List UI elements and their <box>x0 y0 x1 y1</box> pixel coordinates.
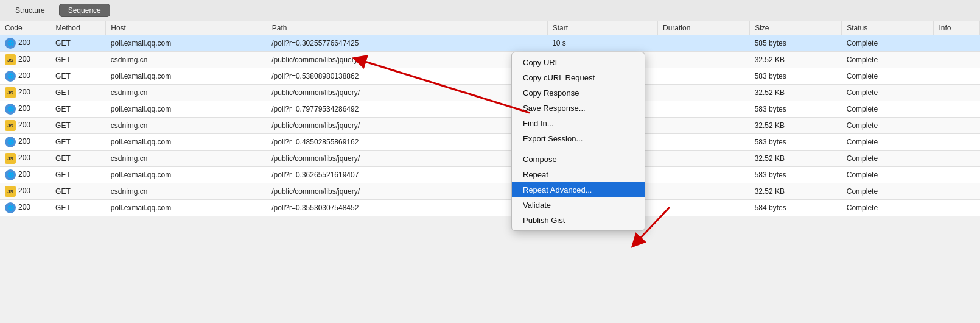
context-menu-item[interactable]: Validate <box>512 197 645 213</box>
cell-method: GET <box>51 151 106 167</box>
context-menu-item[interactable]: Save Response... <box>512 101 645 116</box>
cell-method: GET <box>51 118 106 134</box>
cell-code: JS200 <box>0 183 51 200</box>
cell-start: 10 s <box>547 35 657 52</box>
cell-duration <box>658 101 750 118</box>
table-row[interactable]: JS200 GET csdnimg.cn /public/common/libs… <box>0 183 980 200</box>
globe-icon: 🌐 <box>5 169 16 180</box>
toolbar: Structure Sequence <box>0 0 980 21</box>
cell-info <box>934 183 980 200</box>
table-row[interactable]: 🌐200 GET poll.exmail.qq.com /poll?r=0.48… <box>0 134 980 151</box>
cell-host: poll.exmail.qq.com <box>106 68 267 85</box>
cell-path: /public/common/libs/jquery/ <box>267 151 547 167</box>
context-menu-item[interactable]: Copy cURL Request <box>512 70 645 85</box>
cell-duration <box>658 52 750 68</box>
cell-path: /public/common/libs/jquery/ <box>267 118 547 134</box>
table-row[interactable]: 🌐200 GET poll.exmail.qq.com /poll?r=0.79… <box>0 101 980 118</box>
cell-duration <box>658 167 750 183</box>
table-row[interactable]: JS200 GET csdnimg.cn /public/common/libs… <box>0 52 980 68</box>
cell-status: Complete <box>842 101 934 118</box>
context-menu-item[interactable]: Copy URL <box>512 55 645 70</box>
context-menu-item[interactable]: Copy Response <box>512 85 645 101</box>
cell-code: 🌐200 <box>0 167 51 183</box>
cell-host: csdnimg.cn <box>106 52 267 68</box>
cell-method: GET <box>51 183 106 200</box>
cell-host: poll.exmail.qq.com <box>106 101 267 118</box>
context-menu-item[interactable]: Export Session... <box>512 131 645 146</box>
cell-duration <box>658 118 750 134</box>
context-menu-item[interactable]: Compose <box>512 152 645 167</box>
cell-status: Complete <box>842 151 934 167</box>
cell-method: GET <box>51 52 106 68</box>
cell-size: 585 bytes <box>750 35 842 52</box>
cell-path: /poll?r=0.30255776647425 <box>267 35 547 52</box>
cell-info <box>934 68 980 85</box>
cell-duration <box>658 68 750 85</box>
cell-path: /poll?r=0.53808980138862 <box>267 68 547 85</box>
cell-host: csdnimg.cn <box>106 118 267 134</box>
cell-size: 583 bytes <box>750 134 842 151</box>
menu-separator <box>512 149 645 149</box>
cell-code: JS200 <box>0 118 51 134</box>
structure-tab[interactable]: Structure <box>6 4 54 17</box>
cell-size: 32.52 KB <box>750 151 842 167</box>
cell-size: 32.52 KB <box>750 85 842 101</box>
cell-code: 🌐200 <box>0 68 51 85</box>
cell-method: GET <box>51 134 106 151</box>
cell-info <box>934 52 980 68</box>
cell-info <box>934 167 980 183</box>
cell-code: 🌐200 <box>0 200 51 216</box>
table-row[interactable]: JS200 GET csdnimg.cn /public/common/libs… <box>0 118 980 134</box>
cell-status: Complete <box>842 167 934 183</box>
cell-size: 583 bytes <box>750 101 842 118</box>
cell-host: csdnimg.cn <box>106 151 267 167</box>
cell-status: Complete <box>842 183 934 200</box>
cell-size: 584 bytes <box>750 200 842 216</box>
cell-path: /public/common/libs/jquery/ <box>267 183 547 200</box>
cell-code: 🌐200 <box>0 35 51 52</box>
context-menu-item[interactable]: Repeat <box>512 167 645 182</box>
col-header-code: Code <box>0 21 51 35</box>
js-icon: JS <box>5 120 16 131</box>
cell-method: GET <box>51 85 106 101</box>
cell-info <box>934 118 980 134</box>
cell-info <box>934 134 980 151</box>
cell-info <box>934 151 980 167</box>
cell-status: Complete <box>842 68 934 85</box>
cell-status: Complete <box>842 118 934 134</box>
context-menu: Copy URLCopy cURL RequestCopy ResponseSa… <box>511 52 645 231</box>
cell-code: JS200 <box>0 52 51 68</box>
cell-host: poll.exmail.qq.com <box>106 167 267 183</box>
table-row[interactable]: JS200 GET csdnimg.cn /public/common/libs… <box>0 151 980 167</box>
col-header-host: Host <box>106 21 267 35</box>
context-menu-item[interactable]: Repeat Advanced... <box>512 182 645 197</box>
table-row[interactable]: 🌐200 GET poll.exmail.qq.com /poll?r=0.36… <box>0 167 980 183</box>
cell-host: poll.exmail.qq.com <box>106 35 267 52</box>
context-menu-item[interactable]: Publish Gist <box>512 213 645 228</box>
globe-icon: 🌐 <box>5 38 16 49</box>
col-header-path: Path <box>267 21 547 35</box>
cell-status: Complete <box>842 134 934 151</box>
sequence-tab[interactable]: Sequence <box>59 4 110 17</box>
cell-path: /public/common/libs/jquery/ <box>267 52 547 68</box>
table-row[interactable]: JS200 GET csdnimg.cn /public/common/libs… <box>0 85 980 101</box>
cell-duration <box>658 35 750 52</box>
cell-size: 583 bytes <box>750 68 842 85</box>
cell-host: csdnimg.cn <box>106 183 267 200</box>
cell-code: 🌐200 <box>0 101 51 118</box>
context-menu-item[interactable]: Find In... <box>512 116 645 131</box>
table-row[interactable]: 🌐200 GET poll.exmail.qq.com /poll?r=0.35… <box>0 200 980 216</box>
cell-size: 32.52 KB <box>750 118 842 134</box>
col-header-duration: Duration <box>658 21 750 35</box>
table-header: Code Method Host Path Start Duration Siz… <box>0 21 980 35</box>
globe-icon: 🌐 <box>5 202 16 213</box>
cell-duration <box>658 134 750 151</box>
cell-info <box>934 85 980 101</box>
cell-method: GET <box>51 200 106 216</box>
cell-path: /poll?r=0.35530307548452 <box>267 200 547 216</box>
table-row[interactable]: 🌐200 GET poll.exmail.qq.com /poll?r=0.30… <box>0 35 980 52</box>
cell-path: /public/common/libs/jquery/ <box>267 85 547 101</box>
table-row[interactable]: 🌐200 GET poll.exmail.qq.com /poll?r=0.53… <box>0 68 980 85</box>
js-icon: JS <box>5 186 16 197</box>
cell-path: /poll?r=0.48502855869162 <box>267 134 547 151</box>
